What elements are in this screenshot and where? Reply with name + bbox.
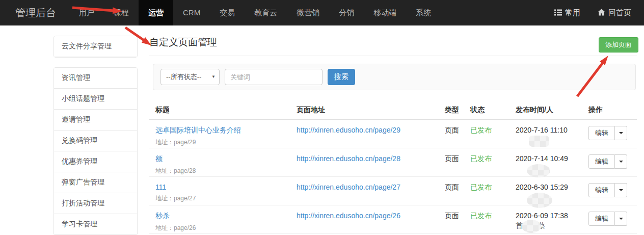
nav-item[interactable]: 分销 — [329, 0, 364, 25]
page-url-link[interactable]: http://xinren.edusoho.cn/page/27 — [297, 183, 400, 191]
nav-item[interactable]: 系统 — [406, 0, 441, 25]
edit-dropdown-toggle[interactable] — [615, 126, 627, 140]
address-value: page/28 — [174, 167, 196, 174]
cell-published: 2020-7-16 11:10 — [516, 120, 588, 148]
sidebar-item[interactable]: 小组话题管理 — [54, 89, 137, 110]
edit-button-group: 编辑 — [588, 183, 637, 197]
add-page-button[interactable]: 添加页面 — [599, 37, 638, 53]
page-url-link[interactable]: http://xinren.edusoho.cn/page/26 — [297, 212, 400, 220]
page-address: 地址：page/27 — [155, 194, 297, 203]
sidebar-item[interactable]: 学习卡管理 — [54, 214, 137, 235]
sidebar-item[interactable]: 弹窗广告管理 — [54, 172, 137, 193]
cell-url: http://xinren.edusoho.cn/page/26 — [297, 205, 445, 233]
nav-item[interactable]: 移动端 — [364, 0, 406, 25]
redacted-publisher-blur — [527, 193, 552, 208]
redacted-publisher-blur — [527, 164, 550, 177]
page-header: 自定义页面管理 — [149, 36, 637, 56]
address-label: 地址： — [155, 167, 174, 174]
nav-item[interactable]: 微营销 — [287, 0, 329, 25]
caret-down-icon — [619, 218, 623, 220]
cell-actions: 编辑 — [588, 120, 637, 148]
page-url-link[interactable]: http://xinren.edusoho.cn/page/29 — [297, 126, 400, 134]
status-select-value: --所有状态-- — [166, 73, 201, 81]
nav-item[interactable]: 课程 — [104, 0, 139, 25]
nav-item[interactable]: CRM — [173, 0, 210, 25]
edit-button-group: 编辑 — [588, 126, 637, 140]
cell-title: 远卓国际培训中心业务介绍 地址：page/29 — [149, 120, 297, 148]
page-title-link[interactable]: 远卓国际培训中心业务介绍 — [155, 126, 241, 135]
published-datetime: 2020-6-09 17:38 — [516, 212, 588, 220]
table-row: 远卓国际培训中心业务介绍 地址：page/29 http://xinren.ed… — [149, 120, 637, 148]
sidebar-item[interactable]: 云文件分享管理 — [54, 36, 137, 57]
page-title-link[interactable]: 额 — [155, 154, 163, 164]
cell-published: 2020-6-30 15:29 — [516, 177, 588, 205]
caret-down-icon — [619, 132, 623, 134]
cell-title: 秒杀 地址：page/26 — [149, 205, 297, 233]
column-header-url: 页面地址 — [297, 99, 445, 119]
redacted-publisher-blur — [529, 136, 549, 147]
table-header-row: 标题 页面地址 类型 状态 发布时间/人 操作 — [149, 99, 637, 120]
back-home-link[interactable]: 回首页 — [598, 8, 631, 18]
status-badge: 已发布 — [470, 177, 516, 205]
page-title-link[interactable]: 秒杀 — [155, 212, 170, 221]
sidebar-item[interactable]: 兑换码管理 — [54, 130, 137, 151]
nav-item[interactable]: 交易 — [210, 0, 245, 25]
page-title-link[interactable]: 111 — [155, 183, 166, 191]
table-row: 额 地址：page/28 http://xinren.edusoho.cn/pa… — [149, 148, 637, 177]
edit-dropdown-toggle[interactable] — [615, 154, 627, 169]
publisher-line — [516, 164, 588, 176]
redacted-publisher-blur — [522, 220, 541, 233]
nav-menu: 用户 课程 运营 CRM 交易 教育云 微营销 分销 移动端 系统 — [69, 0, 441, 25]
sidebar-item[interactable]: 邀请管理 — [54, 110, 137, 130]
address-label: 地址： — [155, 224, 174, 231]
edit-button[interactable]: 编辑 — [588, 212, 615, 226]
home-icon — [598, 9, 605, 17]
column-header-status: 状态 — [470, 99, 516, 119]
address-label: 地址： — [155, 195, 174, 202]
page-title: 自定义页面管理 — [149, 36, 637, 49]
sidebar-item[interactable]: 优惠券管理 — [54, 151, 137, 172]
sidebar-group-operations: 资讯管理 小组话题管理 邀请管理 兑换码管理 优惠券管理 弹窗广告管理 打折活动… — [53, 67, 138, 235]
cell-type: 页面 — [445, 177, 470, 205]
page-address: 地址：page/28 — [155, 167, 297, 175]
sidebar-item[interactable]: 资讯管理 — [54, 68, 137, 89]
edit-button-group: 编辑 — [588, 212, 637, 226]
publisher-line — [516, 136, 588, 148]
published-datetime: 2020-7-14 10:49 — [516, 154, 588, 163]
page-url-link[interactable]: http://xinren.edusoho.cn/page/28 — [297, 154, 400, 163]
edit-button[interactable]: 编辑 — [588, 154, 615, 169]
status-badge: 已发布 — [470, 148, 516, 176]
edit-button[interactable]: 编辑 — [588, 183, 615, 197]
cell-published: 2020-6-09 17:38 首 蔡 — [516, 205, 588, 233]
quick-access-link[interactable]: 常用 — [554, 8, 580, 18]
cell-title: 额 地址：page/28 — [149, 148, 297, 176]
cell-type: 页面 — [445, 120, 470, 148]
quick-access-label: 常用 — [565, 8, 580, 18]
edit-button-group: 编辑 — [588, 154, 637, 169]
cell-type: 页面 — [445, 148, 470, 176]
column-header-type: 类型 — [445, 99, 470, 119]
pages-table: 标题 页面地址 类型 状态 发布时间/人 操作 远卓国际培训中心业务介绍 地址：… — [149, 99, 637, 234]
publisher-line: 首 蔡 — [516, 221, 588, 233]
filter-panel: --所有状态-- ▼ 搜索 — [153, 64, 636, 90]
edit-dropdown-toggle[interactable] — [615, 183, 627, 197]
sidebar-group-cloud: 云文件分享管理 — [53, 36, 138, 58]
column-header-published: 发布时间/人 — [516, 99, 588, 119]
status-select[interactable]: --所有状态-- ▼ — [160, 69, 220, 85]
keyword-input[interactable] — [225, 69, 323, 85]
address-value: page/26 — [174, 224, 196, 231]
published-datetime: 2020-7-16 11:10 — [516, 126, 588, 134]
nav-item[interactable]: 用户 — [69, 0, 104, 25]
sidebar-item[interactable]: 打折活动管理 — [54, 193, 137, 214]
edit-button[interactable]: 编辑 — [588, 126, 615, 140]
nav-item[interactable]: 运营 — [139, 0, 173, 25]
cell-url: http://xinren.edusoho.cn/page/28 — [297, 148, 445, 176]
column-header-title: 标题 — [149, 99, 297, 119]
address-value: page/27 — [174, 195, 196, 202]
app-brand: 管理后台 — [15, 0, 56, 25]
edit-dropdown-toggle[interactable] — [615, 212, 627, 226]
back-home-label: 回首页 — [608, 8, 631, 18]
published-datetime: 2020-6-30 15:29 — [516, 183, 588, 191]
search-button[interactable]: 搜索 — [328, 69, 355, 85]
nav-item[interactable]: 教育云 — [245, 0, 287, 25]
